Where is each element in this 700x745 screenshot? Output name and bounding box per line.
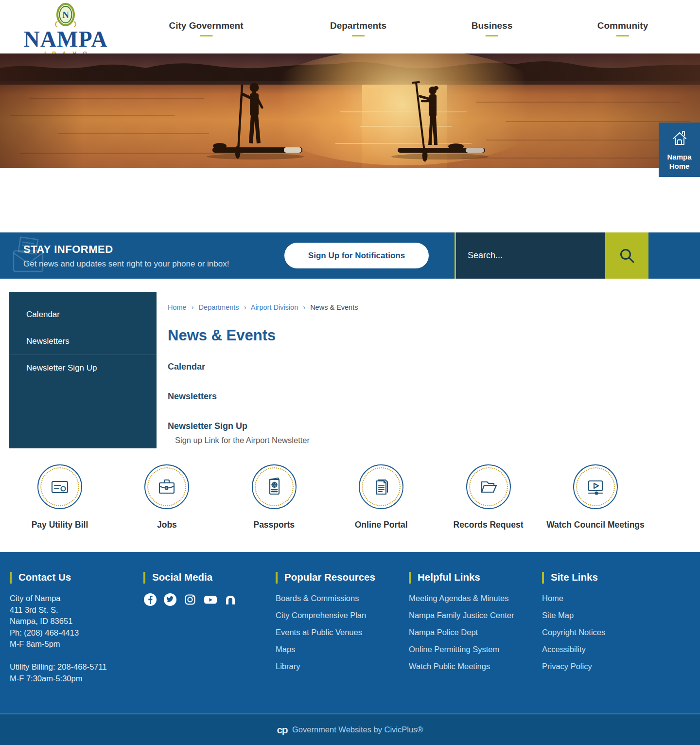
civicplus-credit[interactable]: Government Websites by CivicPlus® <box>292 725 423 734</box>
nampa-home-button[interactable]: Nampa Home <box>659 123 700 177</box>
nampa-logo[interactable]: N NAMPA IDAHO <box>11 2 121 56</box>
footer-heading-helpful: Helpful Links <box>409 571 534 583</box>
folder-icon <box>466 464 511 509</box>
search-button[interactable] <box>605 232 648 279</box>
civicplus-logo-icon: cp <box>277 724 287 736</box>
footer-site-links-column: Site Links HomeSite MapCopyright Notices… <box>542 571 668 678</box>
facebook-icon[interactable] <box>143 593 157 606</box>
footer-link[interactable]: Privacy Policy <box>542 661 668 672</box>
contact-line: Utility Billing: 208-468-5711 <box>10 661 134 673</box>
social-icons <box>143 593 267 606</box>
footer-link[interactable]: Online Permitting System <box>409 644 534 655</box>
video-player-icon <box>573 464 618 509</box>
nav-underline <box>616 35 629 36</box>
search-bar <box>455 232 700 279</box>
breadcrumb-separator: › <box>244 303 246 311</box>
page-title: News & Events <box>168 327 625 344</box>
breadcrumb-airport-division[interactable]: Airport Division <box>251 303 298 311</box>
nav-underline <box>486 35 498 36</box>
instagram-icon[interactable] <box>183 593 197 606</box>
quick-link-watch-council-meetings[interactable]: Watch Council Meetings <box>544 464 647 530</box>
breadcrumb: Home › Departments › Airport Division › … <box>168 303 625 311</box>
footer-heading-site: Site Links <box>542 571 668 583</box>
footer-heading-popular: Popular Resources <box>276 571 402 583</box>
nav-label: Community <box>597 20 648 31</box>
nav-label: Business <box>472 20 512 31</box>
quick-link-online-portal[interactable]: Online Portal <box>330 464 432 530</box>
sidebar-item-newsletter-sign-up[interactable]: Newsletter Sign Up <box>9 355 157 381</box>
hero-image <box>0 53 700 168</box>
footer-link[interactable]: Maps <box>276 644 402 655</box>
contact-line: 411 3rd St. S. <box>10 604 134 616</box>
nampa-home-label: Nampa Home <box>659 152 700 171</box>
footer-contact-column: Contact Us City of Nampa411 3rd St. S.Na… <box>10 571 134 684</box>
footer-link[interactable]: Meeting Agendas & Minutes <box>409 593 534 603</box>
quick-link-label: Passports <box>223 520 325 530</box>
quick-link-label: Records Request <box>438 520 540 530</box>
briefcase-icon <box>144 464 189 509</box>
footer-link[interactable]: Home <box>542 593 668 603</box>
footer-link[interactable]: Nampa Police Dept <box>409 627 534 638</box>
site-header: N NAMPA IDAHO City Government Department… <box>0 0 700 53</box>
footer-link[interactable]: Copyright Notices <box>542 627 668 638</box>
quick-link-passports[interactable]: Passports <box>223 464 325 530</box>
quick-link-label: Jobs <box>116 520 218 530</box>
link-label[interactable]: Newsletters <box>168 391 217 401</box>
footer-link[interactable]: Watch Public Meetings <box>409 661 534 672</box>
footer-link[interactable]: Nampa Family Justice Center <box>409 610 534 621</box>
nav-city-government[interactable]: City Government <box>169 20 243 36</box>
main-content: Home › Departments › Airport Division › … <box>168 292 625 464</box>
footer-link[interactable]: Site Map <box>542 610 668 621</box>
sidebar-nav: Calendar Newsletters Newsletter Sign Up <box>9 292 157 448</box>
contact-line: Ph: (208) 468-4413 <box>10 627 134 639</box>
utility-bill-icon <box>37 464 82 509</box>
quick-link-pay-utility-bill[interactable]: Pay Utility Bill <box>9 464 111 530</box>
breadcrumb-home[interactable]: Home <box>168 303 187 311</box>
search-input[interactable] <box>456 232 605 279</box>
search-icon <box>618 247 636 265</box>
nav-label: City Government <box>169 20 243 31</box>
contact-line: Nampa, ID 83651 <box>10 616 134 627</box>
quick-link-label: Watch Council Meetings <box>544 520 647 530</box>
footer-link[interactable]: City Comprehensive Plan <box>276 610 402 621</box>
link-newsletter-sign-up[interactable]: Newsletter Sign Up Sign up Link for the … <box>168 421 625 445</box>
sidebar-item-calendar[interactable]: Calendar <box>9 302 157 328</box>
twitter-icon[interactable] <box>163 593 177 606</box>
nav-business[interactable]: Business <box>472 20 512 36</box>
footer-link[interactable]: Boards & Commissions <box>276 593 402 603</box>
youtube-icon[interactable] <box>203 593 218 606</box>
nav-community[interactable]: Community <box>597 20 648 36</box>
home-icon <box>671 130 688 147</box>
quick-links: Pay Utility Bill Jobs <box>9 464 647 530</box>
crest-letter: N <box>62 10 69 20</box>
quick-link-records-request[interactable]: Records Request <box>438 464 540 530</box>
documents-icon <box>359 464 403 509</box>
footer-link[interactable]: Library <box>276 661 402 672</box>
footer-link[interactable]: Events at Public Venues <box>276 627 402 638</box>
contact-line <box>10 650 134 662</box>
nav-underline <box>200 35 212 36</box>
signup-notifications-button[interactable]: Sign Up for Notifications <box>284 243 429 268</box>
link-calendar[interactable]: Calendar <box>168 362 625 372</box>
stay-informed-title: STAY INFORMED <box>23 243 229 256</box>
nampa-crest-icon: N <box>54 2 77 29</box>
breadcrumb-current: News & Events <box>310 303 358 311</box>
quick-link-jobs[interactable]: Jobs <box>116 464 218 530</box>
sidebar-item-newsletters[interactable]: Newsletters <box>9 328 157 355</box>
logo-name: NAMPA <box>11 29 121 50</box>
contact-line: City of Nampa <box>10 593 134 604</box>
nav-departments[interactable]: Departments <box>330 20 386 36</box>
page: N NAMPA IDAHO City Government Department… <box>0 0 700 745</box>
link-label[interactable]: Calendar <box>168 362 205 372</box>
contact-line: M-F 7:30am-5:30pm <box>10 673 134 685</box>
footer-link[interactable]: Accessibility <box>542 644 668 655</box>
link-label[interactable]: Newsletter Sign Up <box>168 421 247 431</box>
quick-link-label: Pay Utility Bill <box>9 520 111 530</box>
footer-social-column: Social Media <box>143 571 267 606</box>
footer: Contact Us City of Nampa411 3rd St. S.Na… <box>0 552 700 713</box>
sunset-paddleboard-photo <box>0 53 700 168</box>
link-newsletters[interactable]: Newsletters <box>168 391 625 402</box>
passport-icon <box>252 464 297 509</box>
nextdoor-icon[interactable] <box>224 593 237 606</box>
breadcrumb-departments[interactable]: Departments <box>199 303 239 311</box>
